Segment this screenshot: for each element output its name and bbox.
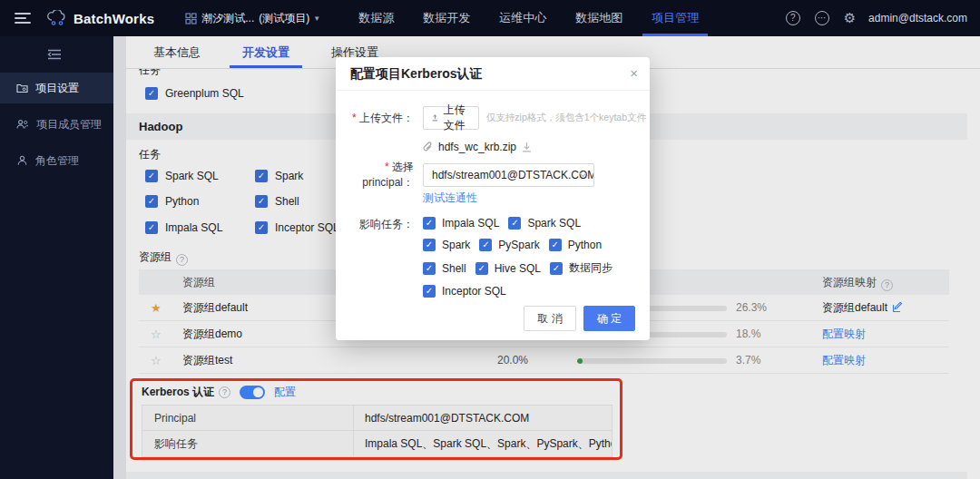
- sidebar-item-project-members[interactable]: 项目成员管理: [0, 109, 113, 140]
- column-header-name: 资源组: [182, 269, 215, 295]
- nav-item-project-management[interactable]: 项目管理: [637, 0, 713, 36]
- star-filled-icon[interactable]: [151, 295, 162, 321]
- kerberos-title: Kerberos 认证: [142, 385, 214, 400]
- nav-item-ops-center[interactable]: 运维中心: [485, 0, 561, 36]
- checkbox-checked-icon[interactable]: [508, 217, 521, 230]
- nav-item-data-map[interactable]: 数据地图: [561, 0, 637, 36]
- top-nav-right: ? ⋯ ⚙ admin@dtstack.com: [771, 11, 967, 25]
- principal-selected-value: hdfs/stream001@DTSTACK.COM: [424, 164, 593, 186]
- checkbox-checked-icon[interactable]: [145, 195, 158, 208]
- hadoop-section-title: Hadoop: [139, 120, 182, 133]
- task-option: PySpark: [479, 239, 539, 251]
- resource-group-name: 资源组default: [182, 295, 248, 321]
- sidebar-collapse-icon[interactable]: [47, 47, 113, 64]
- task-option: Inceptor SQL: [423, 285, 506, 298]
- affected-tasks-label: 影响任务：: [343, 217, 414, 232]
- task-option: Impala SQL: [423, 217, 499, 230]
- modal-title: 配置项目Kerberos认证: [350, 57, 482, 91]
- checkbox-checked-icon[interactable]: [550, 262, 563, 275]
- left-gutter: [113, 36, 126, 479]
- checkbox-checked-icon[interactable]: [145, 221, 158, 234]
- mapping-cell: 配置映射: [822, 321, 866, 347]
- task-group-label: 任务: [139, 147, 161, 162]
- upload-hint: 仅支持zip格式，须包含1个keytab文件: [486, 112, 646, 124]
- sidebar-item-label: 项目设置: [35, 81, 79, 96]
- chevron-down-icon: [579, 172, 587, 178]
- principal-select[interactable]: hdfs/stream001@DTSTACK.COM: [423, 163, 594, 187]
- checkbox-checked-icon[interactable]: [475, 262, 488, 275]
- clipped-section-label: 任务: [139, 69, 161, 78]
- checkbox-checked-icon[interactable]: [423, 285, 436, 298]
- modal-footer: 取 消 确 定: [524, 306, 635, 331]
- help-circle-icon[interactable]: ?: [176, 254, 188, 266]
- message-icon[interactable]: ⋯: [815, 11, 829, 25]
- table-row: 影响任务 Impala SQL、Spark SQL、Spark、PySpark、…: [142, 431, 612, 456]
- checkbox-checked-icon[interactable]: [423, 217, 436, 230]
- brand-name: BatchWorks: [74, 11, 154, 26]
- checkbox-checked-icon[interactable]: [255, 170, 268, 182]
- checkbox-label: Spark: [275, 170, 303, 182]
- task-checkbox-row: Shell: [255, 195, 299, 208]
- gear-icon[interactable]: ⚙: [844, 11, 856, 25]
- close-icon[interactable]: ×: [630, 65, 638, 82]
- column-header-mapping: 资源组映射?: [822, 269, 893, 295]
- upload-icon: [432, 112, 438, 123]
- star-outline-icon[interactable]: [151, 347, 162, 374]
- test-connectivity-link[interactable]: 测试连通性: [423, 191, 477, 206]
- kerberos-header: Kerberos 认证 ? 配置: [142, 385, 620, 400]
- star-outline-icon[interactable]: [151, 321, 162, 347]
- mapping-name: 资源组default: [822, 301, 887, 314]
- affected-tasks-row: 影响任务： Impala SQL Spark SQL Spark PySpark…: [343, 217, 646, 298]
- checkbox-checked-icon[interactable]: [255, 195, 268, 208]
- project-switcher[interactable]: 潮汐测试... (测试项目) ▼: [185, 11, 320, 26]
- checkbox-checked-icon[interactable]: [423, 262, 436, 275]
- upload-file-row: 上传文件： 上传文件 仅支持zip格式，须包含1个keytab文件: [343, 106, 646, 130]
- sidebar-item-project-settings[interactable]: 项目设置: [0, 73, 113, 103]
- kerberos-config-link[interactable]: 配置: [274, 385, 296, 400]
- checkbox-checked-icon[interactable]: [145, 170, 158, 182]
- confirm-button[interactable]: 确 定: [583, 306, 635, 331]
- greenplum-checkbox-row: Greenplum SQL: [145, 87, 244, 100]
- sidebar: 项目设置 项目成员管理 角色管理: [0, 36, 113, 479]
- sidebar-item-label: 项目成员管理: [36, 117, 102, 132]
- resource-group-name: 资源组demo: [182, 321, 242, 347]
- task-option: Python: [549, 239, 602, 251]
- kerberos-toggle-on[interactable]: [240, 386, 265, 399]
- checkbox-checked-icon[interactable]: [255, 221, 268, 234]
- tab-basic-info[interactable]: 基本信息: [141, 36, 213, 68]
- role-icon: [16, 155, 28, 166]
- table-row: Principal hdfs/stream001@DTSTACK.COM: [142, 406, 612, 431]
- edit-icon[interactable]: [892, 297, 903, 323]
- user-email[interactable]: admin@dtstack.com: [868, 12, 967, 24]
- help-icon[interactable]: ?: [786, 11, 800, 25]
- checkbox-checked-icon[interactable]: [549, 239, 562, 251]
- hamburger-menu-icon[interactable]: [15, 13, 31, 24]
- checkbox-checked-icon[interactable]: [479, 239, 492, 251]
- next-section-band: [126, 472, 967, 479]
- help-circle-icon[interactable]: ?: [219, 386, 230, 398]
- configure-mapping-link[interactable]: 配置映射: [822, 354, 866, 367]
- uploaded-file-name[interactable]: hdfs_wc_krb.zip: [438, 141, 516, 153]
- tab-dev-settings[interactable]: 开发设置: [230, 36, 302, 68]
- uploaded-file-row: hdfs_wc_krb.zip: [343, 141, 646, 153]
- task-checkbox-row: Impala SQL: [145, 221, 222, 234]
- sidebar-item-role-management[interactable]: 角色管理: [0, 145, 113, 176]
- cancel-button[interactable]: 取 消: [524, 306, 575, 331]
- configure-mapping-link[interactable]: 配置映射: [822, 327, 866, 340]
- checkbox-checked-icon[interactable]: [145, 87, 158, 100]
- download-icon[interactable]: [522, 142, 532, 152]
- checkbox-label: Impala SQL: [165, 221, 222, 234]
- kerberos-row-label: Principal: [142, 406, 354, 430]
- checkbox-label: Greenplum SQL: [165, 87, 244, 100]
- checkbox-checked-icon[interactable]: [423, 239, 436, 251]
- top-nav-items: 数据源 数据开发 运维中心 数据地图 项目管理: [344, 0, 713, 36]
- help-circle-icon[interactable]: ?: [881, 279, 893, 291]
- task-checkbox-row: Inceptor SQL: [255, 221, 339, 234]
- kerberos-table: Principal hdfs/stream001@DTSTACK.COM 影响任…: [142, 405, 612, 457]
- nav-item-data-develop[interactable]: 数据开发: [408, 0, 485, 36]
- upload-file-button[interactable]: 上传文件: [423, 106, 479, 130]
- usage-progress-bar: [577, 358, 727, 364]
- task-checkbox-row: Spark SQL: [145, 170, 219, 182]
- kerberos-config-modal: 配置项目Kerberos认证 × 上传文件： 上传文件 仅支持zip格式，须包含…: [336, 57, 650, 340]
- nav-item-datasource[interactable]: 数据源: [344, 0, 408, 36]
